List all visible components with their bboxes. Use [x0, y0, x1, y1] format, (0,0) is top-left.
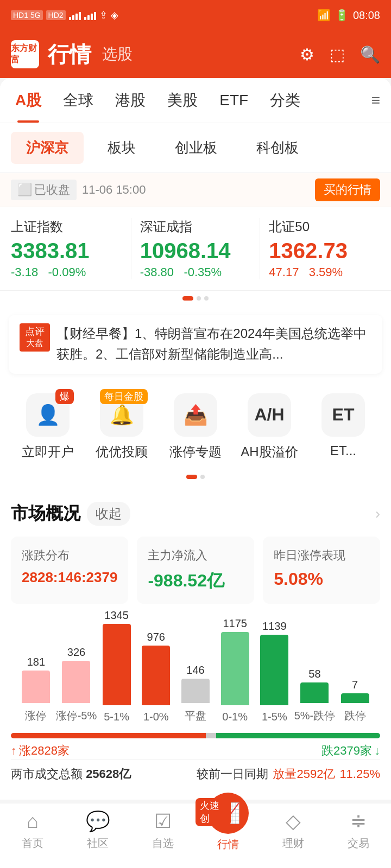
signal-icon [69, 10, 81, 20]
action-etf-label: ET... [330, 443, 356, 458]
sub-tab-shenzhen-beijing[interactable]: 沪深京 [11, 132, 84, 164]
nav-watchlist[interactable]: ☑ 自选 [130, 803, 195, 857]
rf-fall-text: 跌2379家 [321, 743, 372, 759]
nav-home[interactable]: ⌂ 首页 [0, 803, 65, 857]
sub-tab-sector[interactable]: 板块 [92, 132, 151, 164]
header-subtitle[interactable]: 选股 [102, 44, 133, 65]
bar-up5-bar [62, 661, 90, 703]
bar-up1[interactable]: 1345 5-1% [97, 609, 136, 723]
tab-more-button[interactable]: ≡ [365, 80, 387, 121]
status-bar: HD1 5G HD2 ⇪ ◈ 📶 🔋 08:08 [0, 0, 391, 30]
action-etf[interactable]: ET ET... [306, 393, 380, 461]
nav-community[interactable]: 💬 社区 [65, 803, 130, 857]
action-limit-up-icon-wrap: 📤 [174, 393, 217, 437]
nav-wealth-label: 理财 [282, 836, 304, 851]
news-tag: 点评 大盘 [20, 323, 50, 352]
bar-up0-value: 976 [147, 631, 165, 643]
app-header: 东方财富 行情 选股 ⚙ ⬚ 🔍 [0, 30, 391, 78]
nav-market-label: 行情 [217, 837, 239, 852]
action-advisor-label: 优优投顾 [96, 443, 148, 461]
ah-icon: A/H [254, 405, 284, 425]
bar-up5[interactable]: 326 涨停-5% [56, 646, 97, 723]
bar-up5-label: 涨停-5% [56, 709, 97, 723]
index-bz50-value: 1362.73 [269, 239, 380, 263]
action-ah-label: AH股溢价 [241, 443, 298, 461]
tab-a-stock[interactable]: A股 [4, 78, 52, 123]
bar-up1-label: 5-1% [104, 711, 129, 723]
nav-trade[interactable]: ≑ 交易 [326, 803, 391, 857]
nav-wealth[interactable]: ◇ 理财 [261, 803, 326, 857]
share-icon[interactable]: ⬚ [330, 45, 345, 64]
rise-fall-section: ↑ 涨2828家 跌2379家 ↓ [11, 733, 380, 759]
market-arrow-icon: › [375, 505, 380, 522]
tab-category[interactable]: 分类 [259, 78, 311, 123]
bar-down5-value: 1139 [262, 620, 287, 633]
carrier1-label: HD1 5G [11, 10, 43, 20]
bar-down5[interactable]: 1139 1-5% [255, 620, 294, 723]
index-dots [0, 291, 391, 306]
home-icon: ⌂ [27, 810, 39, 833]
sub-tab-star[interactable]: 科创板 [241, 132, 314, 164]
bar-limit-up-bar [22, 671, 50, 703]
wifi-icon: ⇪ [99, 9, 108, 21]
action-advisor[interactable]: 🔔 每日金股 优优投顾 [85, 393, 159, 461]
action-open-account[interactable]: 👤 爆 立即开户 [11, 393, 85, 461]
rf-labels: ↑ 涨2828家 跌2379家 ↓ [11, 743, 380, 759]
action-etf-icon-wrap: ET [321, 393, 365, 437]
logo-box[interactable]: 东方财富 [11, 40, 39, 68]
action-dot-1 [186, 475, 197, 479]
search-icon[interactable]: 🔍 [360, 45, 380, 64]
bar-flat[interactable]: 146 平盘 [176, 664, 216, 723]
stat-card-mainflow[interactable]: 主力净流入 -988.52亿 [137, 537, 254, 604]
stat-card-yesterday[interactable]: 昨日涨停表现 5.08% [263, 537, 380, 604]
stat-card-risefal[interactable]: 涨跌分布 2828:146:2379 [11, 537, 128, 604]
index-shanghai[interactable]: 上证指数 3383.81 -3.18 -0.09% [11, 218, 122, 279]
index-bz50-change: 47.17 3.59% [269, 265, 380, 279]
bar-limit-down[interactable]: 7 跌停 [335, 679, 375, 723]
bar-flat-value: 146 [186, 664, 204, 676]
dot-2 [197, 296, 201, 301]
bar-near-limit[interactable]: 58 5%-跌停 [294, 668, 336, 723]
index-shanghai-name: 上证指数 [11, 218, 122, 235]
sub-tab-chinext[interactable]: 创业板 [160, 132, 232, 164]
bar-down0[interactable]: 1175 0-1% [215, 617, 255, 723]
index-shenzhen[interactable]: 深证成指 10968.14 -38.80 -0.35% [140, 218, 251, 279]
dot-3 [204, 296, 209, 301]
action-dots [0, 471, 391, 482]
news-banner[interactable]: 点评 大盘 【财经早餐】1、特朗普宣布在2024年美国总统选举中获胜。2、工信部… [9, 315, 382, 374]
section-header: 市场概况 收起 › [11, 491, 380, 537]
index-beizheng50[interactable]: 北证50 1362.73 47.17 3.59% [269, 218, 380, 279]
rf-bar [11, 733, 380, 738]
market-toggle-button[interactable]: 收起 [87, 502, 130, 526]
index-shanghai-change: -3.18 -0.09% [11, 265, 122, 279]
limit-up-icon: 📤 [184, 404, 208, 426]
closing-ad[interactable]: 买的行情 [315, 178, 380, 201]
tab-global[interactable]: 全球 [52, 78, 104, 123]
index-shenzhen-name: 深证成指 [140, 218, 251, 235]
action-open-account-icon-wrap: 👤 爆 [26, 393, 70, 437]
settings-icon[interactable]: ⚙ [300, 45, 314, 64]
tab-us[interactable]: 美股 [156, 78, 209, 123]
tab-etf[interactable]: ETF [209, 80, 259, 121]
closing-label: 已收盘 [34, 182, 70, 198]
bar-up1-bar [103, 624, 131, 705]
stats-row: 涨跌分布 2828:146:2379 主力净流入 -988.52亿 昨日涨停表现… [11, 537, 380, 604]
bar-up5-value: 326 [67, 646, 85, 659]
nav-market[interactable]: 📈 行情 火速创 [195, 802, 261, 858]
tab-hk[interactable]: 港股 [104, 78, 156, 123]
stat-card-yesterday-value: 5.08% [274, 569, 369, 589]
stat-card-mainflow-title: 主力净流入 [148, 547, 243, 564]
bar-limit-up[interactable]: 181 涨停 [16, 656, 56, 723]
bar-up0[interactable]: 976 1-0% [136, 631, 176, 723]
closing-tag: ⬜ 已收盘 [11, 180, 77, 200]
community-icon: 💬 [86, 810, 110, 833]
logo-text: 东方财富 [11, 43, 39, 66]
bar-near-limit-bar [300, 682, 329, 703]
wealth-icon: ◇ [286, 810, 301, 833]
action-limit-up[interactable]: 📤 涨停专题 [159, 393, 232, 461]
action-ah-premium[interactable]: A/H AH股溢价 [232, 393, 306, 461]
location-icon: ◈ [111, 9, 118, 21]
action-advisor-badge: 每日金股 [100, 389, 148, 404]
main-tabs: A股 全球 港股 美股 ETF 分类 ≡ [0, 78, 391, 123]
nav-community-label: 社区 [87, 836, 109, 851]
